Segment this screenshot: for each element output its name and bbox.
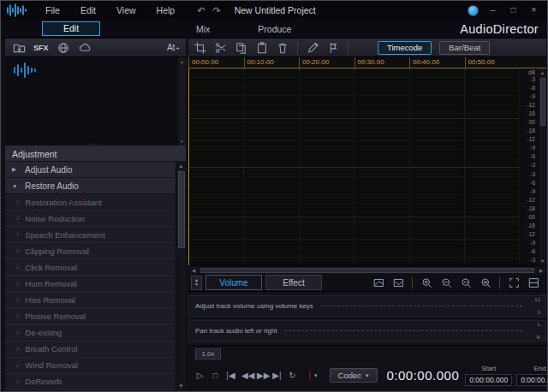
- pan-envelope-line[interactable]: [284, 330, 522, 331]
- vertical-scrollbar[interactable]: ▲ ▼: [538, 68, 546, 265]
- timeline-ruler[interactable]: 00:00.0000:10.0000:20.0000:30.0000:40.00…: [188, 57, 546, 68]
- timecode-button[interactable]: Timecode: [378, 41, 432, 55]
- tab-effect[interactable]: Effect: [265, 275, 322, 290]
- list-item[interactable]: › Restoration Assistant: [5, 194, 176, 211]
- scroll-up-icon[interactable]: ▲: [180, 59, 184, 64]
- mode-tab-row: Edit Mix Produce AudioDirector: [1, 20, 547, 39]
- step-back-button[interactable]: ◀◀: [241, 371, 251, 380]
- step-forward-button[interactable]: ▶▶: [257, 371, 266, 380]
- list-item[interactable]: › Wind Removal: [5, 358, 176, 374]
- waveform-canvas[interactable]: [188, 68, 519, 265]
- loop-button[interactable]: ↻: [288, 371, 297, 380]
- pan-track-row[interactable]: Pan track audio left or right L R: [188, 320, 546, 342]
- directorzone-globe-icon[interactable]: [56, 41, 71, 55]
- collapse-tracks-button[interactable]: ▲ ▼: [191, 276, 202, 290]
- list-item[interactable]: › DeReverb: [5, 374, 176, 390]
- adjustment-panel-title: Adjustment: [5, 146, 186, 162]
- tab-mix[interactable]: Mix: [196, 24, 210, 34]
- copy-icon[interactable]: [234, 41, 249, 55]
- volume-keyframe-icon[interactable]: [371, 276, 386, 289]
- import-media-button[interactable]: [11, 41, 27, 55]
- volume-envelope-line[interactable]: [320, 306, 522, 306]
- close-button[interactable]: ×: [527, 4, 540, 16]
- library-scrollbar[interactable]: ▲ ▼: [178, 57, 186, 146]
- list-item[interactable]: › Click Removal: [5, 259, 176, 276]
- skip-start-button[interactable]: |◀: [226, 371, 235, 380]
- stop-button[interactable]: □: [211, 371, 220, 380]
- record-dropdown-icon[interactable]: ▾: [314, 372, 318, 379]
- zoom-in-icon[interactable]: [419, 276, 434, 289]
- scissors-icon[interactable]: [213, 41, 229, 55]
- scrollbar-thumb[interactable]: [200, 268, 534, 273]
- volume-track-row[interactable]: Adjust track volume using volume keys 12…: [188, 295, 546, 317]
- sfx-library-button[interactable]: SFX: [33, 44, 49, 52]
- tab-volume[interactable]: Volume: [206, 275, 262, 290]
- selection-range: Start 0:00:00.000 End 0:00:00.000: [465, 365, 548, 386]
- menu-help[interactable]: Help: [146, 1, 186, 20]
- cloud-icon[interactable]: [78, 41, 93, 55]
- menu-file[interactable]: File: [35, 1, 70, 20]
- scroll-left-icon[interactable]: ◀: [188, 268, 199, 273]
- list-item[interactable]: › Breath Control: [5, 342, 176, 358]
- menu-edit[interactable]: Edit: [70, 1, 106, 20]
- start-value-field[interactable]: 0:00:00.000: [465, 374, 512, 386]
- list-item[interactable]: › Noise Reduction: [5, 211, 176, 227]
- list-item[interactable]: › Plosive Removal: [5, 309, 176, 325]
- zoom-selection-icon[interactable]: [458, 276, 474, 289]
- list-item[interactable]: › Hum Removal: [5, 276, 176, 292]
- tab-produce[interactable]: Produce: [258, 24, 291, 34]
- playhead[interactable]: [188, 68, 189, 265]
- panel-splitter-handle[interactable]: ···: [91, 141, 101, 146]
- maximize-button[interactable]: □: [507, 4, 520, 16]
- scrollbar-thumb[interactable]: [178, 171, 185, 248]
- codec-button[interactable]: Codec ▾: [330, 368, 378, 383]
- playback-speed-button[interactable]: 1.0x: [195, 348, 221, 359]
- scroll-down-icon[interactable]: ▼: [540, 258, 545, 264]
- db-scale-label: -3: [522, 258, 535, 263]
- redo-icon[interactable]: ↷: [212, 5, 220, 16]
- upgrade-notification-icon[interactable]: [468, 5, 479, 16]
- split-view-icon[interactable]: [526, 276, 541, 289]
- chevron-right-icon: ›: [16, 247, 19, 254]
- list-item[interactable]: › De-essing: [5, 325, 176, 342]
- list-item[interactable]: › Speech Enhancement: [5, 227, 176, 243]
- chevron-right-icon: ›: [16, 264, 19, 270]
- current-time-display[interactable]: 0:00:00.000: [387, 368, 460, 383]
- paste-icon[interactable]: [254, 41, 270, 55]
- db-scale: dB -3-6-9-12-18-00-18-12-9-6-3 -3-6-9-12…: [519, 68, 538, 265]
- menu-view[interactable]: View: [106, 1, 146, 20]
- skip-end-button[interactable]: ▶|: [272, 371, 282, 380]
- adjustment-scrollbar[interactable]: ▲ ▼: [176, 162, 186, 390]
- list-item[interactable]: › Hiss Removal: [5, 292, 176, 308]
- end-value-field[interactable]: 0:00:00.000: [516, 374, 548, 386]
- marker-icon[interactable]: [325, 41, 341, 55]
- tab-edit[interactable]: Edit: [42, 21, 100, 36]
- collapsed-arrow-icon: ▶: [12, 166, 19, 173]
- scrollbar-thumb[interactable]: [540, 78, 545, 126]
- scroll-down-icon[interactable]: ▼: [179, 383, 184, 389]
- maximize-waveform-icon[interactable]: [506, 276, 521, 289]
- delete-icon[interactable]: [275, 41, 290, 55]
- record-button[interactable]: [309, 370, 311, 381]
- play-button[interactable]: ▷: [195, 371, 205, 380]
- scroll-down-icon[interactable]: ▼: [180, 139, 184, 144]
- scroll-up-icon[interactable]: ▲: [540, 70, 545, 75]
- section-adjust-audio[interactable]: ▶ Adjust Audio: [5, 162, 176, 178]
- horizontal-scrollbar[interactable]: ◀ ▶: [188, 265, 546, 274]
- section-restore-audio[interactable]: ▼ Restore Audio: [5, 178, 176, 194]
- undo-icon[interactable]: ↶: [197, 5, 205, 16]
- zoom-fit-icon[interactable]: [478, 276, 493, 289]
- text-to-speech-tool[interactable]: At +: [167, 43, 180, 52]
- zoom-out-icon[interactable]: [438, 276, 454, 289]
- barbeat-button[interactable]: Bar/Beat: [439, 41, 490, 55]
- scroll-up-icon[interactable]: ▲: [179, 163, 184, 169]
- trim-icon[interactable]: [193, 41, 208, 55]
- list-item[interactable]: › Clipping Removal: [5, 243, 176, 259]
- scroll-right-icon[interactable]: ▶: [536, 268, 546, 273]
- media-library-area[interactable]: ▲ ▼ ···: [5, 57, 186, 146]
- audiodirector-window: File Edit View Help ↶ ↷ New Untitled Pro…: [0, 0, 548, 392]
- list-item-label: Restoration Assistant: [25, 198, 101, 207]
- edit-pencil-icon[interactable]: [305, 41, 320, 55]
- minimize-button[interactable]: –: [486, 4, 499, 16]
- pan-keyframe-icon[interactable]: [390, 276, 406, 289]
